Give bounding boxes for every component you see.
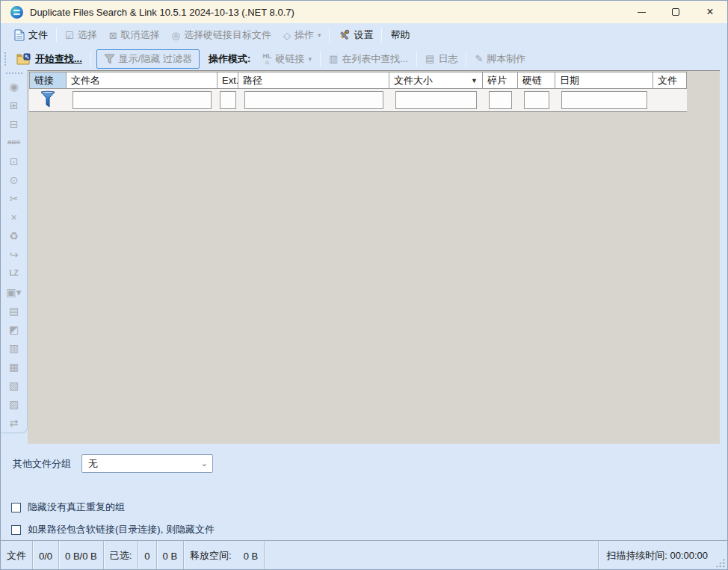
start-search-button[interactable]: 开始查找... (10, 49, 88, 69)
log-button: ▤ 日志 (419, 49, 463, 69)
grouping-select[interactable]: 无 ⌄ (81, 454, 213, 473)
hardlink-mode-button: HL⊙ 硬链接 ▾ (256, 49, 318, 69)
document-icon (14, 29, 25, 41)
show-columns-eye-icon: ◉ (3, 77, 25, 96)
status-files-label: 文件 (1, 541, 33, 570)
app-icon (10, 6, 23, 19)
other-grouping-row: 其他文件分组 无 ⌄ (13, 454, 213, 473)
toolbar-grip[interactable] (4, 52, 7, 66)
filter-filename-input[interactable] (73, 91, 212, 109)
column-header-fragments[interactable]: 碎片 (483, 72, 518, 89)
close-button[interactable]: × (693, 1, 727, 23)
collapse-groups-icon: ⊟ (3, 114, 25, 133)
status-selected-size: 0 B (157, 541, 185, 570)
filter-cell-fragments (483, 89, 518, 111)
minimize-button[interactable] (624, 1, 658, 23)
search-folder-icon (16, 53, 31, 65)
maximize-icon (672, 8, 679, 16)
menu-select: ☑ 选择 (59, 25, 103, 45)
log-icon: ▤ (425, 54, 434, 63)
column-header-row: 链接 文件名 Ext... 路径 文件大小▼ 碎片 硬链 日期 文件 (29, 72, 687, 89)
film-strip-icon: ▥ (3, 338, 25, 357)
window-title: Duplicate Files Search & Link 10.5.1 202… (30, 7, 294, 18)
move-to-folder-icon: ↪ (3, 245, 25, 264)
filter-size-input[interactable] (395, 91, 477, 109)
column-header-date[interactable]: 日期 (555, 72, 653, 89)
filter-funnel-cell (29, 89, 67, 111)
resize-grip[interactable] (715, 558, 725, 568)
deselect-stack-icon: ⊠ (109, 31, 117, 40)
column-header-path[interactable]: 路径 (238, 72, 389, 89)
filter-fragments-input[interactable] (489, 91, 512, 109)
scripting-icon: ✎ (475, 54, 483, 63)
lz-compress-icon: LZ (3, 264, 25, 282)
toolbar-separator (466, 52, 466, 66)
rename-abc-icon: ABC (3, 133, 25, 152)
minimize-icon (638, 12, 646, 13)
hardlink-mode-value: 硬链接 (275, 52, 304, 66)
column-header-filename[interactable]: 文件名 (67, 72, 218, 89)
filter-cell-path (238, 89, 389, 111)
column-header-link[interactable]: 链接 (29, 72, 67, 89)
film-bar2-icon: ▧ (3, 376, 25, 394)
status-selected-count: 0 (138, 541, 156, 570)
menu-settings-label: 设置 (354, 28, 373, 42)
show-hide-filter-label: 显示/隐藏 过滤器 (119, 52, 192, 66)
menu-help[interactable]: 帮助 (384, 25, 416, 45)
status-scan-duration: 扫描持续时间: 00:00:00 (599, 549, 715, 563)
toolbar-separator (416, 52, 417, 66)
film-bar-icon: ▦ (3, 357, 25, 376)
show-hide-filter-button[interactable]: 显示/隐藏 过滤器 (96, 49, 200, 69)
settings-icon (338, 29, 350, 41)
toolbar-grip[interactable] (6, 72, 22, 74)
column-header-hardlink[interactable]: 硬链 (518, 72, 555, 89)
menu-select-hardlink-target: ◎ 选择硬链接目标文件 (166, 25, 277, 45)
menu-operations-label: 操作 (294, 28, 314, 42)
find-in-list-icon: ▥ (329, 54, 338, 63)
menu-file[interactable]: 文件 (8, 25, 54, 45)
column-header-filesize[interactable]: 文件大小▼ (389, 72, 483, 89)
operations-icon: ◇ (283, 31, 291, 40)
regroup-icon: ⇄ (3, 413, 25, 432)
main-toolbar: 文件 ☑ 选择 ⊠ 取消选择 ◎ 选择硬链接目标文件 ◇ 操作 ▾ 设置 帮助 (1, 23, 727, 47)
results-list: 链接 文件名 Ext... 路径 文件大小▼ 碎片 硬链 日期 文件 (28, 70, 720, 444)
maximize-button[interactable] (658, 1, 693, 23)
find-in-list-button: ▥ 在列表中查找... (323, 49, 414, 69)
action-toolbar: 开始查找... 显示/隐藏 过滤器 操作模式: HL⊙ 硬链接 ▾ ▥ 在列表中… (1, 47, 727, 70)
filter-path-input[interactable] (244, 91, 383, 109)
hide-softlink-path-files-label: 如果路径包含软链接(目录连接), 则隐藏文件 (28, 523, 215, 536)
status-selected-label: 已选: (104, 541, 139, 570)
hide-non-duplicate-groups-label: 隐藏没有真正重复的组 (28, 501, 125, 514)
left-toolbar: ◉ ⊞ ⊟ ABC ⊡ ⊙ ✂ × ♻ ↪ LZ ▣▾ ▤ ◩ ▥ ▦ ▧ ▨ … (1, 70, 28, 433)
statusbar: 文件 0/0 0 B/0 B 已选: 0 0 B 释放空间: 0 B 扫描持续时… (1, 540, 727, 570)
hide-softlink-path-files-option: 如果路径包含软链接(目录连接), 则隐藏文件 (11, 523, 215, 536)
filter-cell-ext (218, 89, 238, 111)
column-header-ext[interactable]: Ext... (218, 72, 238, 89)
column-header-file[interactable]: 文件 (653, 72, 687, 89)
filter-hardlink-input[interactable] (524, 91, 549, 109)
status-files-count: 0/0 (33, 541, 59, 570)
hide-non-duplicate-groups-option: 隐藏没有真正重复的组 (11, 501, 125, 514)
menu-settings[interactable]: 设置 (332, 25, 379, 45)
filter-row (29, 89, 687, 112)
menu-operations: ◇ 操作 ▾ (277, 25, 327, 45)
log-label: 日志 (438, 52, 457, 66)
hide-softlink-path-files-checkbox[interactable] (11, 525, 21, 535)
scripting-button: ✎ 脚本制作 (469, 49, 531, 69)
menu-deselect: ⊠ 取消选择 (103, 25, 166, 45)
chevron-down-icon: ▾ (318, 31, 321, 39)
filter-cell-file (653, 89, 687, 111)
funnel-icon (104, 54, 115, 64)
grouping-select-value: 无 (88, 457, 98, 471)
filter-ext-input[interactable] (220, 91, 236, 109)
toolbar-separator (320, 52, 321, 66)
hide-non-duplicate-groups-checkbox[interactable] (11, 503, 21, 512)
recycle-bin-icon: ♻ (3, 226, 25, 245)
filter-date-input[interactable] (561, 91, 647, 109)
find-in-list-label: 在列表中查找... (342, 52, 408, 66)
filter-dropdown-icon[interactable]: ▼ (468, 77, 478, 84)
funnel-icon (40, 90, 56, 110)
menu-file-label: 文件 (28, 28, 48, 42)
app-window: Duplicate Files Search & Link 10.5.1 202… (0, 0, 728, 570)
delete-icon: × (3, 208, 25, 226)
